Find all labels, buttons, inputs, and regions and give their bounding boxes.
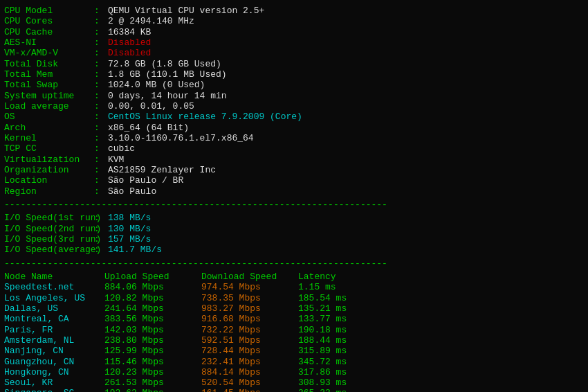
speed-node: Guangzhou, CN [4,357,104,367]
speed-node: Nanjing, CN [4,346,104,356]
sysinfo-sep: : [94,175,108,186]
sysinfo-sep: : [94,48,108,58]
speed-node: Montreal, CA [4,314,104,324]
speed-download: 916.68 Mbps [201,314,298,324]
sysinfo-label: CPU Cache [4,27,94,37]
sysinfo-label: Arch [4,123,94,133]
speed-node: Singapore, SG [4,388,104,392]
speed-download: 884.14 Mbps [201,367,298,377]
sysinfo-row: Total Swap : 1024.0 MB (0 Used) [4,80,584,90]
speed-data-row: Guangzhou, CN115.46 Mbps232.41 Mbps345.7… [4,357,584,367]
io-table: I/O Speed(1st run) : 138 MB/sI/O Speed(2… [4,213,584,255]
sysinfo-value: 1024.0 MB (0 Used) [108,80,205,90]
sysinfo-label: Total Swap [4,80,94,90]
speed-upload: 120.82 Mbps [104,293,201,303]
sysinfo-label: Total Mem [4,69,94,80]
sysinfo-value: 16384 KB [108,27,151,37]
speed-data-row: Singapore, SG192.62 Mbps161.45 Mbps365.3… [4,388,584,392]
sysinfo-label: VM-x/AMD-V [4,48,94,58]
col-header-latency: Latency [298,271,336,282]
speed-download: 161.45 Mbps [201,388,298,392]
io-row: I/O Speed(1st run) : 138 MB/s [4,213,584,223]
sysinfo-label: OS [4,112,94,122]
sysinfo-value: 0.00, 0.01, 0.05 [108,101,194,112]
sysinfo-sep: : [94,16,108,26]
io-label: I/O Speed(3rd run) [4,234,94,244]
speed-upload: 115.46 Mbps [104,357,201,367]
sysinfo-label: Virtualization [4,154,94,165]
speed-download: 232.41 Mbps [201,357,298,367]
sysinfo-sep: : [94,6,108,16]
sysinfo-value: QEMU Virtual CPU version 2.5+ [108,6,264,16]
sysinfo-label: Region [4,186,94,197]
speed-upload: 238.80 Mbps [104,335,201,346]
sysinfo-value: 3.10.0-1160.76.1.el7.x86_64 [108,133,254,143]
sysinfo-sep: : [94,186,108,197]
sysinfo-sep: : [94,133,108,143]
speed-upload: 241.64 Mbps [104,303,201,314]
sysinfo-table: CPU Model : QEMU Virtual CPU version 2.5… [4,6,584,197]
speed-upload: 125.99 Mbps [104,346,201,356]
sysinfo-sep: : [94,59,108,69]
speed-upload: 120.23 Mbps [104,367,201,377]
sysinfo-sep: : [94,69,108,80]
sysinfo-label: CPU Model [4,6,94,16]
sysinfo-value: São Paulo [108,186,156,197]
speed-upload: 383.56 Mbps [104,314,201,324]
sysinfo-sep: : [94,165,108,175]
speed-upload: 192.62 Mbps [104,388,201,392]
sysinfo-value: 2 @ 2494.140 MHz [108,16,194,26]
sysinfo-row: Location : São Paulo / BR [4,175,584,186]
sysinfo-value: AS21859 Zenlayer Inc [108,165,216,175]
speed-upload: 142.03 Mbps [104,325,201,335]
sysinfo-row: Total Mem : 1.8 GB (110.1 MB Used) [4,69,584,80]
sysinfo-value: Disabled [108,37,151,48]
speed-latency: 185.54 ms [298,293,347,303]
io-label: I/O Speed(2nd run) [4,224,94,234]
speed-node: Speedtest.net [4,282,104,292]
sysinfo-label: AES-NI [4,37,94,48]
speed-node: Amsterdam, NL [4,335,104,346]
speed-data-row: Nanjing, CN125.99 Mbps728.44 Mbps315.89 … [4,346,584,356]
sysinfo-row: CPU Model : QEMU Virtual CPU version 2.5… [4,6,584,16]
speed-latency: 188.44 ms [298,335,347,346]
sysinfo-label: Location [4,175,94,186]
col-header-download: Download Speed [201,271,298,282]
speed-data-row: Speedtest.net884.06 Mbps974.54 Mbps1.15 … [4,282,584,292]
speed-download: 974.54 Mbps [201,282,298,292]
sysinfo-row: AES-NI : Disabled [4,37,584,48]
speed-data-row: Los Angeles, US120.82 Mbps738.35 Mbps185… [4,293,584,303]
sysinfo-value: Disabled [108,48,151,58]
speed-data-row: Amsterdam, NL238.80 Mbps592.51 Mbps188.4… [4,335,584,346]
sysinfo-value: 0 days, 14 hour 14 min [108,91,227,101]
speed-node: Seoul, KR [4,377,104,388]
sysinfo-row: CPU Cache : 16384 KB [4,27,584,37]
col-header-node: Node Name [4,271,104,282]
io-sep: : [94,234,108,244]
sysinfo-sep: : [94,154,108,165]
io-label: I/O Speed(1st run) [4,213,94,223]
speed-data-row: Montreal, CA383.56 Mbps916.68 Mbps133.77… [4,314,584,324]
speed-download: 592.51 Mbps [201,335,298,346]
speed-latency: 190.18 ms [298,325,347,335]
speed-download: 983.27 Mbps [201,303,298,314]
sysinfo-row: VM-x/AMD-V : Disabled [4,48,584,58]
speed-latency: 365.33 ms [298,388,347,392]
sysinfo-row: TCP CC : cubic [4,143,584,154]
io-value: 138 MB/s [108,213,151,223]
speed-data-row: Paris, FR142.03 Mbps732.22 Mbps190.18 ms [4,325,584,335]
io-value: 157 MB/s [108,234,151,244]
speed-node: Paris, FR [4,325,104,335]
speed-node: Dallas, US [4,303,104,314]
col-header-upload: Upload Speed [104,271,201,282]
speed-node: Los Angeles, US [4,293,104,303]
speed-download: 520.54 Mbps [201,377,298,388]
sysinfo-row: Total Disk : 72.8 GB (1.8 GB Used) [4,59,584,69]
app-container: CPU Model : QEMU Virtual CPU version 2.5… [4,6,584,392]
speed-latency: 308.93 ms [298,377,347,388]
sysinfo-sep: : [94,112,108,122]
speed-data-row: Dallas, US241.64 Mbps983.27 Mbps135.21 m… [4,303,584,314]
sysinfo-sep: : [94,143,108,154]
speed-download: 728.44 Mbps [201,346,298,356]
speed-node: Hongkong, CN [4,367,104,377]
